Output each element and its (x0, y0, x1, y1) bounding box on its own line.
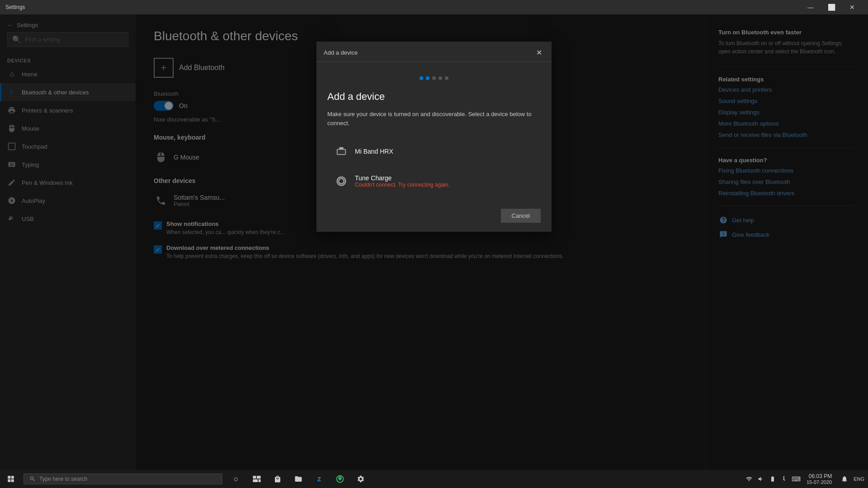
dialog-device-tune-charge[interactable]: Tune Charge Couldn't connect. Try connec… (327, 166, 541, 196)
dialog-titlebar: Add a device ✕ (316, 42, 552, 62)
dialog-desc: Make sure your device is turned on and d… (327, 110, 541, 127)
taskbar-search-placeholder: Type here to search (39, 476, 87, 482)
taskbar: Type here to search ○ Z (0, 470, 868, 488)
svg-rect-5 (253, 479, 258, 482)
dot-2 (426, 76, 429, 80)
maximize-button[interactable]: ⬜ (821, 0, 842, 14)
dialog-device-mi-band[interactable]: Mi Band HRX (327, 136, 541, 166)
tune-charge-status: Couldn't connect. Try connecting again. (355, 182, 450, 188)
dot-5 (445, 76, 448, 80)
keyboard-icon[interactable]: ⌨ (791, 470, 801, 488)
mi-band-name: Mi Band HRX (355, 148, 393, 155)
dialog-close-button[interactable]: ✕ (533, 47, 544, 58)
svg-rect-3 (253, 476, 256, 479)
network-icon[interactable] (744, 470, 754, 488)
battery-icon[interactable] (768, 470, 778, 488)
mi-band-icon (333, 143, 349, 160)
loading-dots (327, 73, 541, 84)
taskbar-cortana[interactable]: ○ (226, 470, 246, 488)
date-display: 15-07-2020 (807, 479, 832, 485)
taskbar-search-box[interactable]: Type here to search (24, 474, 222, 484)
tune-charge-icon (333, 173, 349, 189)
notification-button[interactable] (837, 470, 852, 488)
start-button[interactable] (0, 470, 22, 488)
volume-icon[interactable] (756, 470, 766, 488)
titlebar-controls: — ⬜ ✕ (800, 0, 863, 14)
svg-rect-1 (337, 149, 346, 155)
dot-4 (439, 76, 442, 80)
dot-3 (432, 76, 436, 80)
minimize-button[interactable]: — (800, 0, 821, 14)
close-button[interactable]: ✕ (842, 0, 863, 14)
language-indicator: ENG (854, 476, 864, 482)
dialog-overlay: Add a device ✕ Add a device Make sure yo… (0, 14, 868, 470)
cancel-button[interactable]: Cancel (501, 209, 541, 223)
taskbar-task-view[interactable] (247, 470, 267, 488)
taskbar-explorer[interactable] (288, 470, 308, 488)
dialog-body: Add a device Make sure your device is tu… (316, 62, 552, 203)
taskbar-clock[interactable]: 06:03 PM 15-07-2020 (803, 473, 835, 485)
taskbar-settings[interactable] (351, 470, 371, 488)
add-device-dialog: Add a device ✕ Add a device Make sure yo… (316, 42, 552, 232)
dialog-header: Add a device (327, 91, 541, 103)
svg-rect-4 (257, 476, 261, 479)
dot-1 (420, 76, 423, 80)
taskbar-chrome[interactable] (330, 470, 350, 488)
tune-charge-info: Tune Charge Couldn't connect. Try connec… (355, 174, 450, 188)
bluetooth-tray-icon[interactable] (779, 470, 789, 488)
dialog-titlebar-title: Add a device (324, 49, 358, 56)
svg-rect-2 (339, 147, 343, 150)
titlebar: Settings — ⬜ ✕ (0, 0, 868, 14)
taskbar-center: ○ Z (226, 470, 371, 488)
time-display: 06:03 PM (807, 473, 832, 479)
tune-charge-name: Tune Charge (355, 174, 450, 182)
dialog-footer: Cancel (316, 203, 552, 232)
taskbar-zoom[interactable]: Z (309, 470, 329, 488)
titlebar-title: Settings (5, 4, 25, 10)
taskbar-store[interactable] (268, 470, 288, 488)
taskbar-right: ⌨ 06:03 PM 15-07-2020 ENG (744, 470, 868, 488)
svg-rect-6 (259, 479, 261, 482)
mi-band-info: Mi Band HRX (355, 148, 393, 155)
